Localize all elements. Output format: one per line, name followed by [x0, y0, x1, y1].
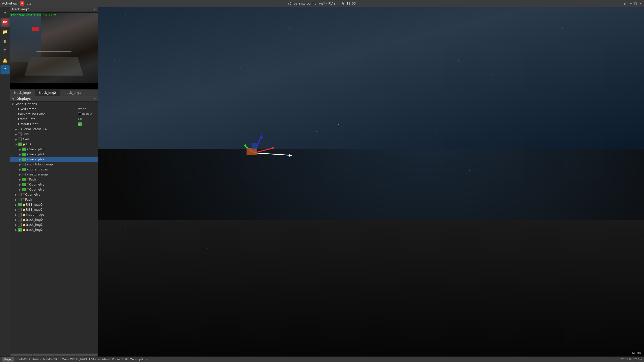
fixed-frame-label: Fixed Frame — [18, 107, 77, 111]
lio-expand[interactable]: ▼ — [14, 142, 18, 146]
track-img2-checkbox[interactable]: ✓ — [18, 228, 22, 232]
track-pts2-checkbox[interactable]: ✓ — [22, 158, 26, 161]
pointcloud-map-icon: ✦ — [26, 163, 29, 166]
feature-map-expand[interactable]: ▶ — [18, 172, 22, 176]
track-pts1-checkbox[interactable]: ✓ — [22, 153, 26, 156]
grid-checkbox[interactable] — [18, 132, 22, 136]
path-top-checkbox[interactable] — [18, 198, 22, 201]
axes-row[interactable]: ▶ Axes — [10, 137, 98, 142]
track-pts2-row[interactable]: ▶ ✓ ✦ track_pts2 — [10, 157, 98, 162]
odometry-lio-2-row[interactable]: ▶ ✓ ⌒ Odometry — [10, 187, 98, 192]
input-image-row[interactable]: ▶ 📁 input image — [10, 212, 98, 217]
current-scan-expand[interactable]: ▶ — [18, 167, 22, 171]
track-pts0-icon: ✦ — [26, 148, 29, 151]
rgb-map2-row[interactable]: ▶ 📁 RGB_map2 — [10, 207, 98, 212]
track-img0-checkbox[interactable] — [18, 218, 22, 221]
sidebar-clion-icon[interactable]: C — [1, 65, 10, 74]
default-light-checkbox[interactable]: ✓ — [78, 122, 82, 126]
track-img1-expand[interactable]: ▶ — [14, 223, 18, 227]
track-pts1-row[interactable]: ▶ ✓ ✦ track_pts1 — [10, 152, 98, 157]
track-img1-row[interactable]: ▶ 📁 track_img1 — [10, 222, 98, 227]
viewport-background: 62 fps — [98, 7, 644, 362]
sidebar-terminal-icon[interactable]: ▮ — [1, 37, 10, 46]
grid-row[interactable]: ▶ Grid — [10, 132, 98, 137]
track-img2-expand[interactable]: ▶ — [14, 228, 18, 232]
fixed-frame-value[interactable]: world — [77, 107, 97, 111]
frame-rate-value[interactable]: 60 — [77, 117, 97, 121]
lio-checkbox[interactable]: ✓ — [18, 143, 22, 146]
axes-expand[interactable]: ▶ — [14, 137, 18, 141]
odometry-top-expand[interactable]: ▶ — [14, 193, 18, 197]
maximize-button[interactable]: □ — [634, 2, 637, 5]
tab-track-img1[interactable]: track_img1 — [60, 90, 86, 96]
sidebar-bell-icon[interactable]: 🔔 — [1, 56, 10, 65]
odometry-lio-1-checkbox[interactable]: ✓ — [22, 183, 26, 186]
track-pts0-expand[interactable]: ▶ — [18, 147, 22, 151]
tab-track-img2[interactable]: track_img2 — [35, 90, 60, 96]
track-img2-row[interactable]: ▶ ✓ 📁 track_img2 — [10, 227, 98, 232]
odometry-top-row[interactable]: ▶ ⌒ Odometry — [10, 192, 98, 197]
global-status-row[interactable]: ▶ ✓ Global Status: Ok — [10, 127, 98, 132]
path-top-expand[interactable]: ▶ — [14, 198, 18, 202]
feature-map-checkbox[interactable] — [22, 173, 26, 176]
sidebar-home-icon[interactable]: ⌂ — [1, 8, 10, 17]
activities-button[interactable]: Activities — [2, 2, 17, 5]
current-scan-row[interactable]: ▶ ✓ ✦ current_scan — [10, 167, 98, 172]
default-light-row[interactable]: Default Light ✓ — [10, 122, 98, 127]
rgb-map2-checkbox[interactable] — [18, 208, 22, 211]
feature-map-row[interactable]: ▶ ✦ feature_map — [10, 172, 98, 177]
track-pts1-expand[interactable]: ▶ — [18, 152, 22, 156]
fixed-frame-row[interactable]: Fixed Frame world — [10, 107, 98, 112]
rgb-map0-checkbox[interactable]: ✓ — [18, 203, 22, 206]
tab-track-img0[interactable]: track_img0 — [10, 90, 35, 96]
odometry-lio-1-row[interactable]: ▶ ✓ ⌒ Odometry — [10, 182, 98, 187]
input-image-checkbox[interactable] — [18, 213, 22, 216]
track-img0-row[interactable]: ▶ 📁 track_img0 — [10, 217, 98, 222]
odometry-lio-2-checkbox[interactable]: ✓ — [22, 188, 26, 191]
displays-close-icon[interactable]: ✕ — [93, 97, 96, 101]
svg-rect-55 — [382, 128, 382, 128]
background-color-row[interactable]: Background Color 0; 0; 0 — [10, 112, 98, 117]
frame-rate-row[interactable]: Frame Rate 60 — [10, 117, 98, 122]
odometry-top-checkbox[interactable] — [18, 193, 22, 196]
3d-viewport[interactable]: 62 fps — [98, 7, 644, 362]
sidebar-folder-icon[interactable]: 📁 — [1, 27, 10, 36]
odometry-lio-2-expand[interactable]: ▶ — [18, 188, 22, 192]
current-scan-checkbox[interactable]: ✓ — [22, 168, 26, 171]
path-lio-expand[interactable]: ▶ — [18, 177, 22, 182]
reset-button[interactable]: Reset — [2, 357, 14, 361]
background-color-value[interactable]: 0; 0; 0 — [77, 112, 97, 116]
sidebar-rviz-icon[interactable]: RV — [1, 18, 10, 27]
minimize-button[interactable]: ─ — [630, 2, 631, 5]
pointcloud-map-row[interactable]: ▶ ✦ pointcloud_map — [10, 162, 98, 167]
path-lio-checkbox[interactable]: ✓ — [22, 178, 26, 181]
global-options-expand[interactable]: ▼ — [11, 102, 15, 106]
odometry-lio-1-expand[interactable]: ▶ — [18, 183, 22, 187]
global-options-row[interactable]: ▼ Global Options — [10, 102, 98, 107]
track-pts2-expand[interactable]: ▶ — [18, 157, 22, 161]
rgb-map0-row[interactable]: ▶ ✓ 📁 RGB_map0 — [10, 202, 98, 207]
path-top-label: Path — [25, 198, 97, 201]
rviz-taskbar[interactable]: R rviz — [20, 1, 31, 6]
sidebar-text-icon[interactable]: T — [1, 46, 10, 55]
axes-checkbox[interactable] — [18, 138, 22, 141]
global-status-icon: ✓ — [18, 128, 20, 131]
path-top-row[interactable]: ▶ ⌒ Path — [10, 197, 98, 202]
default-light-value[interactable]: ✓ — [77, 122, 97, 126]
camera-close-button[interactable]: ✕ — [93, 8, 96, 11]
rgb-map0-expand[interactable]: ▶ — [14, 203, 18, 207]
grid-expand[interactable]: ▶ — [14, 132, 18, 136]
global-status-expand[interactable]: ▶ — [14, 127, 18, 131]
lio-row[interactable]: ▼ ✓ 📁 LIO — [10, 142, 98, 147]
pointcloud-map-expand[interactable]: ▶ — [18, 162, 22, 166]
track-img1-checkbox[interactable] — [18, 223, 22, 227]
track-pts0-checkbox[interactable]: ✓ — [22, 148, 26, 151]
track-pts0-row[interactable]: ▶ ✓ ✦ track_pts0 — [10, 147, 98, 152]
pointcloud-map-checkbox[interactable] — [22, 163, 26, 166]
input-image-expand[interactable]: ▶ — [14, 213, 18, 217]
svg-rect-69 — [262, 255, 262, 256]
track-img0-expand[interactable]: ▶ — [14, 218, 18, 222]
close-button[interactable]: × — [639, 2, 642, 5]
rgb-map2-expand[interactable]: ▶ — [14, 208, 18, 212]
path-lio-row[interactable]: ▶ ✓ ⌒ Path — [10, 177, 98, 182]
